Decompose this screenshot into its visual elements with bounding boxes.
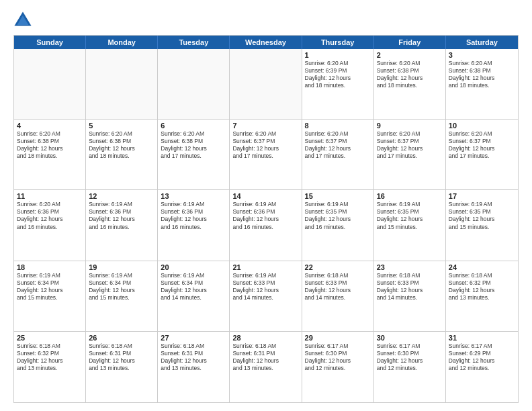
day-number: 25 [17,334,83,342]
day-number: 12 [89,192,154,200]
logo [13,11,35,30]
day-info: Sunrise: 6:20 AM Sunset: 6:38 PM Dayligh… [161,130,226,160]
calendar-body: 1Sunrise: 6:20 AM Sunset: 6:39 PM Daylig… [14,49,518,402]
day-number: 28 [232,334,298,342]
day-cell: 31Sunrise: 6:17 AM Sunset: 6:29 PM Dayli… [446,332,518,402]
day-cell: 8Sunrise: 6:20 AM Sunset: 6:37 PM Daylig… [302,120,374,189]
day-cell: 13Sunrise: 6:19 AM Sunset: 6:36 PM Dayli… [158,190,230,260]
day-cell: 9Sunrise: 6:20 AM Sunset: 6:37 PM Daylig… [374,120,446,189]
logo-icon [13,11,32,30]
day-info: Sunrise: 6:20 AM Sunset: 6:38 PM Dayligh… [377,60,443,89]
day-cell: 4Sunrise: 6:20 AM Sunset: 6:38 PM Daylig… [14,120,86,189]
day-cell: 29Sunrise: 6:17 AM Sunset: 6:30 PM Dayli… [302,332,374,402]
day-info: Sunrise: 6:19 AM Sunset: 6:34 PM Dayligh… [17,272,83,302]
day-header-wednesday: Wednesday [230,36,302,49]
day-info: Sunrise: 6:20 AM Sunset: 6:38 PM Dayligh… [17,130,83,160]
day-cell: 23Sunrise: 6:18 AM Sunset: 6:33 PM Dayli… [374,261,446,331]
day-info: Sunrise: 6:20 AM Sunset: 6:37 PM Dayligh… [449,130,515,160]
day-cell: 14Sunrise: 6:19 AM Sunset: 6:36 PM Dayli… [230,190,302,260]
day-info: Sunrise: 6:19 AM Sunset: 6:34 PM Dayligh… [89,272,154,302]
week-row-3: 11Sunrise: 6:20 AM Sunset: 6:36 PM Dayli… [14,190,518,261]
day-info: Sunrise: 6:18 AM Sunset: 6:31 PM Dayligh… [89,342,154,372]
header [13,11,519,30]
day-info: Sunrise: 6:17 AM Sunset: 6:30 PM Dayligh… [305,342,371,372]
day-cell: 24Sunrise: 6:18 AM Sunset: 6:32 PM Dayli… [446,261,518,331]
day-cell: 30Sunrise: 6:17 AM Sunset: 6:30 PM Dayli… [374,332,446,402]
day-cell: 3Sunrise: 6:20 AM Sunset: 6:38 PM Daylig… [446,49,518,119]
day-cell: 7Sunrise: 6:20 AM Sunset: 6:37 PM Daylig… [230,120,302,189]
day-number: 9 [377,122,443,130]
day-cell: 20Sunrise: 6:19 AM Sunset: 6:34 PM Dayli… [158,261,230,331]
day-number: 27 [161,334,226,342]
day-info: Sunrise: 6:20 AM Sunset: 6:38 PM Dayligh… [89,130,154,160]
day-header-monday: Monday [86,36,158,49]
day-info: Sunrise: 6:18 AM Sunset: 6:32 PM Dayligh… [449,272,515,302]
day-cell: 22Sunrise: 6:18 AM Sunset: 6:33 PM Dayli… [302,261,374,331]
day-cell: 2Sunrise: 6:20 AM Sunset: 6:38 PM Daylig… [374,49,446,119]
day-cell: 18Sunrise: 6:19 AM Sunset: 6:34 PM Dayli… [14,261,86,331]
week-row-2: 4Sunrise: 6:20 AM Sunset: 6:38 PM Daylig… [14,120,518,190]
day-info: Sunrise: 6:18 AM Sunset: 6:32 PM Dayligh… [17,342,83,372]
day-header-sunday: Sunday [14,36,86,49]
day-number: 23 [377,263,443,271]
day-number: 14 [232,192,298,200]
day-number: 21 [232,263,298,271]
day-cell: 25Sunrise: 6:18 AM Sunset: 6:32 PM Dayli… [14,332,86,402]
day-info: Sunrise: 6:20 AM Sunset: 6:39 PM Dayligh… [305,60,371,89]
day-cell: 11Sunrise: 6:20 AM Sunset: 6:36 PM Dayli… [14,190,86,260]
day-info: Sunrise: 6:17 AM Sunset: 6:29 PM Dayligh… [449,342,515,372]
day-info: Sunrise: 6:19 AM Sunset: 6:33 PM Dayligh… [232,272,298,302]
day-number: 8 [305,122,371,130]
day-cell: 10Sunrise: 6:20 AM Sunset: 6:37 PM Dayli… [446,120,518,189]
day-info: Sunrise: 6:19 AM Sunset: 6:35 PM Dayligh… [449,201,515,230]
day-cell [86,49,158,119]
day-number: 6 [161,122,226,130]
day-cell: 6Sunrise: 6:20 AM Sunset: 6:38 PM Daylig… [158,120,230,189]
day-cell: 16Sunrise: 6:19 AM Sunset: 6:35 PM Dayli… [374,190,446,260]
day-number: 18 [17,263,83,271]
day-info: Sunrise: 6:18 AM Sunset: 6:33 PM Dayligh… [305,272,371,302]
day-number: 5 [89,122,154,130]
week-row-5: 25Sunrise: 6:18 AM Sunset: 6:32 PM Dayli… [14,332,518,402]
day-number: 1 [305,51,371,59]
day-number: 3 [449,51,515,59]
day-cell: 27Sunrise: 6:18 AM Sunset: 6:31 PM Dayli… [158,332,230,402]
day-info: Sunrise: 6:20 AM Sunset: 6:36 PM Dayligh… [17,201,83,230]
day-cell: 17Sunrise: 6:19 AM Sunset: 6:35 PM Dayli… [446,190,518,260]
day-cell: 15Sunrise: 6:19 AM Sunset: 6:35 PM Dayli… [302,190,374,260]
day-header-thursday: Thursday [302,36,374,49]
day-number: 20 [161,263,226,271]
day-number: 7 [232,122,298,130]
day-info: Sunrise: 6:19 AM Sunset: 6:36 PM Dayligh… [89,201,154,230]
day-number: 29 [305,334,371,342]
day-cell [230,49,302,119]
day-cell: 21Sunrise: 6:19 AM Sunset: 6:33 PM Dayli… [230,261,302,331]
day-cell: 26Sunrise: 6:18 AM Sunset: 6:31 PM Dayli… [86,332,158,402]
day-header-tuesday: Tuesday [158,36,230,49]
week-row-1: 1Sunrise: 6:20 AM Sunset: 6:39 PM Daylig… [14,49,518,120]
day-number: 19 [89,263,154,271]
day-number: 2 [377,51,443,59]
day-number: 22 [305,263,371,271]
day-number: 31 [449,334,515,342]
day-cell [14,49,86,119]
day-number: 24 [449,263,515,271]
day-number: 4 [17,122,83,130]
day-headers: SundayMondayTuesdayWednesdayThursdayFrid… [14,36,518,49]
day-header-friday: Friday [374,36,446,49]
day-info: Sunrise: 6:18 AM Sunset: 6:31 PM Dayligh… [161,342,226,372]
day-number: 10 [449,122,515,130]
day-cell: 5Sunrise: 6:20 AM Sunset: 6:38 PM Daylig… [86,120,158,189]
day-info: Sunrise: 6:19 AM Sunset: 6:36 PM Dayligh… [161,201,226,230]
day-info: Sunrise: 6:18 AM Sunset: 6:33 PM Dayligh… [377,272,443,302]
day-cell: 28Sunrise: 6:18 AM Sunset: 6:31 PM Dayli… [230,332,302,402]
day-number: 17 [449,192,515,200]
day-info: Sunrise: 6:18 AM Sunset: 6:31 PM Dayligh… [232,342,298,372]
day-info: Sunrise: 6:19 AM Sunset: 6:35 PM Dayligh… [377,201,443,230]
day-number: 16 [377,192,443,200]
day-cell: 1Sunrise: 6:20 AM Sunset: 6:39 PM Daylig… [302,49,374,119]
day-cell: 19Sunrise: 6:19 AM Sunset: 6:34 PM Dayli… [86,261,158,331]
week-row-4: 18Sunrise: 6:19 AM Sunset: 6:34 PM Dayli… [14,261,518,332]
day-info: Sunrise: 6:17 AM Sunset: 6:30 PM Dayligh… [377,342,443,372]
day-number: 26 [89,334,154,342]
